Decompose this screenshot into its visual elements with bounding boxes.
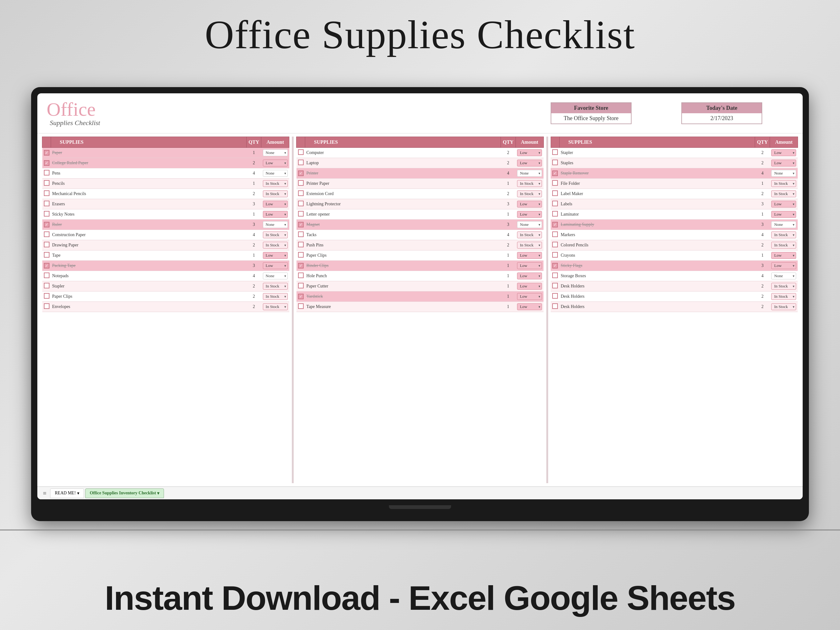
row-check[interactable]: ✓: [42, 158, 51, 168]
row-check[interactable]: [551, 209, 559, 219]
row-amount[interactable]: Low ▾: [516, 281, 543, 292]
row-amount[interactable]: Low ▾: [261, 158, 289, 168]
row-check[interactable]: [297, 251, 305, 261]
row-amount[interactable]: None ▾: [261, 148, 289, 158]
row-amount[interactable]: Low ▾: [261, 199, 289, 209]
row-check[interactable]: [297, 302, 305, 312]
row-check[interactable]: [551, 281, 559, 292]
row-check[interactable]: [551, 148, 559, 158]
row-amount[interactable]: None ▾: [770, 219, 798, 230]
row-check[interactable]: ✓: [297, 168, 305, 178]
row-check[interactable]: [551, 230, 559, 240]
row-amount[interactable]: Low ▾: [770, 209, 798, 219]
row-check[interactable]: [42, 240, 51, 251]
row-check[interactable]: [42, 178, 51, 189]
row-check[interactable]: [42, 230, 51, 240]
row-check[interactable]: [551, 251, 559, 261]
row-amount[interactable]: None ▾: [770, 168, 798, 178]
row-amount[interactable]: None ▾: [516, 168, 543, 178]
row-check[interactable]: ✓: [551, 219, 559, 230]
tab-read-me[interactable]: READ ME! ▾: [50, 488, 84, 498]
row-amount[interactable]: Low ▾: [516, 261, 543, 271]
menu-icon[interactable]: ≡: [41, 490, 49, 497]
row-check[interactable]: [551, 240, 559, 251]
row-amount[interactable]: Low ▾: [770, 261, 798, 271]
row-check[interactable]: [297, 281, 305, 292]
row-check[interactable]: [551, 302, 559, 312]
row-check[interactable]: [297, 230, 305, 240]
row-check[interactable]: [551, 158, 559, 168]
row-check[interactable]: [297, 199, 305, 209]
row-amount[interactable]: In Stock ▾: [770, 281, 798, 292]
row-amount[interactable]: Low ▾: [770, 199, 798, 209]
row-check[interactable]: ✓: [42, 219, 51, 230]
row-amount[interactable]: In Stock ▾: [770, 292, 798, 302]
row-check[interactable]: [297, 189, 305, 199]
row-check[interactable]: [42, 189, 51, 199]
row-check[interactable]: [297, 148, 305, 158]
row-amount[interactable]: In Stock ▾: [770, 189, 798, 199]
row-amount[interactable]: In Stock ▾: [261, 178, 289, 189]
row-amount[interactable]: In Stock ▾: [261, 292, 289, 302]
row-check[interactable]: [551, 271, 559, 281]
row-amount[interactable]: In Stock ▾: [516, 240, 543, 251]
row-check[interactable]: [42, 209, 51, 219]
row-amount[interactable]: In Stock ▾: [770, 240, 798, 251]
row-amount[interactable]: In Stock ▾: [261, 302, 289, 312]
row-amount[interactable]: None ▾: [261, 219, 289, 230]
row-check[interactable]: ✓: [551, 261, 559, 271]
row-amount[interactable]: None ▾: [770, 271, 798, 281]
row-amount[interactable]: In Stock ▾: [770, 302, 798, 312]
row-amount[interactable]: In Stock ▾: [516, 230, 543, 240]
row-amount[interactable]: In Stock ▾: [516, 178, 543, 189]
row-check[interactable]: [42, 271, 51, 281]
row-amount[interactable]: Low ▾: [261, 209, 289, 219]
row-amount[interactable]: Low ▾: [516, 209, 543, 219]
row-check[interactable]: [297, 178, 305, 189]
row-check[interactable]: [297, 209, 305, 219]
row-check[interactable]: [551, 178, 559, 189]
row-amount[interactable]: In Stock ▾: [261, 189, 289, 199]
row-amount[interactable]: Low ▾: [261, 261, 289, 271]
row-amount[interactable]: In Stock ▾: [770, 178, 798, 189]
row-amount[interactable]: Low ▾: [516, 251, 543, 261]
row-amount[interactable]: None ▾: [261, 271, 289, 281]
row-amount[interactable]: Low ▾: [770, 148, 798, 158]
row-amount[interactable]: Low ▾: [516, 271, 543, 281]
row-check[interactable]: [297, 271, 305, 281]
row-check[interactable]: [42, 292, 51, 302]
row-check[interactable]: [297, 240, 305, 251]
row-amount[interactable]: Low ▾: [516, 158, 543, 168]
row-amount[interactable]: Low ▾: [770, 158, 798, 168]
row-check[interactable]: ✓: [297, 261, 305, 271]
row-check[interactable]: [42, 168, 51, 178]
row-check[interactable]: ✓: [551, 168, 559, 178]
row-amount[interactable]: Low ▾: [261, 251, 289, 261]
row-amount[interactable]: In Stock ▾: [261, 230, 289, 240]
row-amount[interactable]: In Stock ▾: [261, 281, 289, 292]
row-amount[interactable]: None ▾: [516, 219, 543, 230]
row-amount[interactable]: Low ▾: [516, 148, 543, 158]
row-amount[interactable]: Low ▾: [516, 199, 543, 209]
row-check[interactable]: ✓: [297, 219, 305, 230]
row-check[interactable]: [42, 281, 51, 292]
row-check[interactable]: [551, 189, 559, 199]
row-amount[interactable]: None ▾: [261, 168, 289, 178]
row-amount[interactable]: In Stock ▾: [261, 240, 289, 251]
row-amount[interactable]: Low ▾: [516, 302, 543, 312]
row-amount[interactable]: In Stock ▾: [770, 230, 798, 240]
row-check[interactable]: [42, 251, 51, 261]
row-check[interactable]: ✓: [42, 148, 51, 158]
row-qty: 3: [246, 199, 261, 209]
row-check[interactable]: ✓: [42, 261, 51, 271]
row-amount[interactable]: In Stock ▾: [516, 189, 543, 199]
row-check[interactable]: [42, 302, 51, 312]
tab-inventory-checklist[interactable]: Office Supplies Inventory Checklist ▾: [85, 488, 164, 498]
row-amount[interactable]: Low ▾: [770, 251, 798, 261]
row-check[interactable]: ✓: [297, 292, 305, 302]
row-check[interactable]: [551, 199, 559, 209]
row-check[interactable]: [42, 199, 51, 209]
row-check[interactable]: [551, 292, 559, 302]
row-amount[interactable]: Low ▾: [516, 292, 543, 302]
row-check[interactable]: [297, 158, 305, 168]
